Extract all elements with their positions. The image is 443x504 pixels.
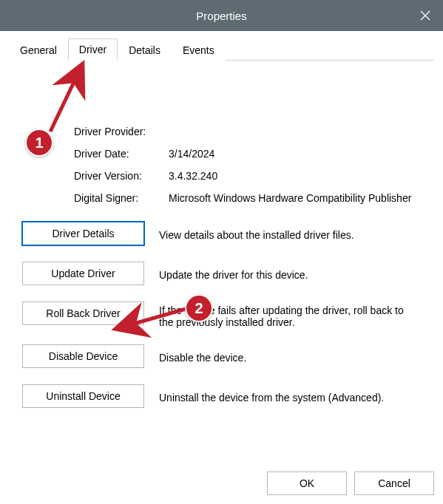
close-icon (420, 10, 430, 21)
driver-info-grid: Driver Provider: Driver Date: 3/14/2024 … (74, 126, 421, 204)
tab-driver[interactable]: Driver (68, 38, 118, 61)
tab-general[interactable]: General (9, 39, 68, 61)
tab-events[interactable]: Events (172, 39, 226, 61)
info-value-signer: Microsoft Windows Hardware Compatibility… (169, 192, 421, 204)
cancel-button[interactable]: Cancel (354, 471, 434, 495)
info-label-signer: Digital Signer: (74, 192, 163, 204)
uninstall-device-desc: Uninstall the device from the system (Ad… (159, 389, 421, 403)
update-driver-button[interactable]: Update Driver (22, 262, 144, 285)
ok-button[interactable]: OK (267, 471, 347, 495)
info-label-version: Driver Version: (74, 170, 163, 182)
driver-details-desc: View details about the installed driver … (159, 226, 421, 241)
titlebar: Properties (0, 0, 443, 31)
info-label-provider: Driver Provider: (74, 126, 163, 137)
close-button[interactable] (408, 0, 443, 31)
action-row-rollback: Roll Back Driver If the device fails aft… (22, 302, 421, 328)
uninstall-device-button[interactable]: Uninstall Device (22, 384, 144, 408)
roll-back-driver-desc: If the device fails after updating the d… (159, 302, 421, 328)
tab-strip: General Driver Details Events (9, 38, 434, 61)
info-label-date: Driver Date: (74, 148, 163, 160)
disable-device-desc: Disable the device. (159, 349, 421, 364)
dialog-button-row: OK Cancel (267, 471, 434, 495)
action-row-details: Driver Details View details about the in… (22, 222, 421, 245)
tab-body-driver: Driver Provider: Driver Date: 3/14/2024 … (9, 61, 434, 452)
action-row-update: Update Driver Update the driver for this… (22, 262, 421, 285)
driver-details-button[interactable]: Driver Details (22, 222, 144, 245)
client-area: General Driver Details Events Driver Pro… (0, 31, 443, 452)
info-value-version: 3.4.32.240 (169, 170, 421, 182)
info-value-provider (169, 126, 421, 137)
update-driver-desc: Update the driver for this device. (159, 266, 421, 281)
action-row-uninstall: Uninstall Device Uninstall the device fr… (22, 384, 421, 408)
roll-back-driver-button[interactable]: Roll Back Driver (22, 302, 144, 325)
info-value-date: 3/14/2024 (169, 148, 421, 160)
tab-details[interactable]: Details (118, 39, 172, 61)
window-title: Properties (196, 10, 246, 22)
action-row-disable: Disable Device Disable the device. (22, 344, 421, 368)
disable-device-button[interactable]: Disable Device (22, 344, 144, 368)
